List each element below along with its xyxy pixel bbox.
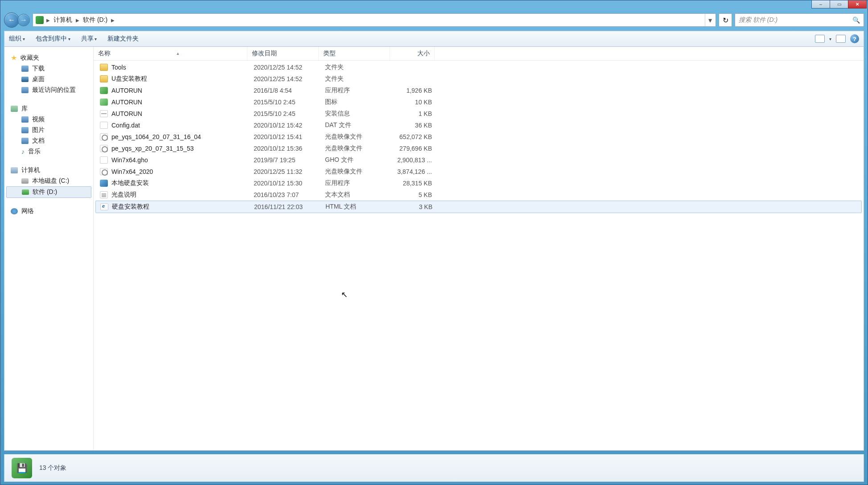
preview-pane-button[interactable] xyxy=(836,35,846,43)
file-size: 1,926 KB xyxy=(392,86,436,95)
sidebar-label: 网络 xyxy=(21,207,34,215)
file-row[interactable]: Win7x64.gho2019/9/7 19:25GHO 文件2,900,813… xyxy=(95,154,862,166)
minimize-button[interactable]: – xyxy=(811,0,830,8)
star-icon: ★ xyxy=(11,53,17,62)
sidebar-computer[interactable]: 计算机 xyxy=(4,165,93,176)
arrow-left-icon: ← xyxy=(8,16,15,24)
close-button[interactable]: ✕ xyxy=(848,0,867,8)
file-row[interactable]: 本地硬盘安装2020/10/12 15:30应用程序28,315 KB xyxy=(95,177,862,189)
file-icon xyxy=(100,145,108,152)
sidebar-item-label: 图片 xyxy=(32,126,45,134)
sidebar-item-label: 音乐 xyxy=(28,148,41,156)
file-size: 2,900,813 ... xyxy=(392,156,436,164)
help-button[interactable]: ? xyxy=(850,34,859,43)
file-row[interactable]: AUTORUN2015/5/10 2:45图标10 KB xyxy=(95,96,862,108)
include-in-library-menu[interactable]: 包含到库中 xyxy=(36,35,70,43)
sidebar-item-documents[interactable]: 文档 xyxy=(4,136,93,146)
file-list-pane: 名称▲ 修改日期 类型 大小 Tools2020/12/25 14:52文件夹U… xyxy=(94,47,864,450)
sidebar-item-recent[interactable]: 最近访问的位置 xyxy=(4,85,93,95)
sidebar-item-downloads[interactable]: 下载 xyxy=(4,63,93,74)
file-row[interactable]: 光盘说明2016/10/23 7:07文本文档5 KB xyxy=(95,189,862,201)
sidebar-item-drive-d[interactable]: 软件 (D:) xyxy=(6,186,91,198)
file-date: 2020/10/12 15:41 xyxy=(249,132,321,141)
file-size: 5 KB xyxy=(392,190,436,199)
sidebar-item-videos[interactable]: 视频 xyxy=(4,114,93,125)
breadcrumb-computer[interactable]: 计算机 xyxy=(51,14,75,26)
minimize-icon: – xyxy=(819,2,822,7)
file-size xyxy=(392,78,436,80)
file-row[interactable]: pe_yqs_xp_20_07_31_15_532020/10/12 15:36… xyxy=(95,143,862,154)
sidebar-favorites-group: ★收藏夹 下载 桌面 最近访问的位置 xyxy=(4,52,93,95)
file-size: 28,315 KB xyxy=(392,179,436,188)
videos-icon xyxy=(21,116,29,123)
view-mode-button[interactable] xyxy=(815,35,825,43)
forward-button[interactable]: → xyxy=(17,14,30,26)
sidebar-item-pictures[interactable]: 图片 xyxy=(4,125,93,136)
file-name: 本地硬盘安装 xyxy=(111,179,149,187)
file-row[interactable]: pe_yqs_1064_20_07_31_16_042020/10/12 15:… xyxy=(95,131,862,143)
column-headers: 名称▲ 修改日期 类型 大小 xyxy=(94,47,864,61)
file-size: 3,874,126 ... xyxy=(392,167,436,176)
file-row[interactable]: AUTORUN2016/1/8 4:54应用程序1,926 KB xyxy=(95,85,862,96)
file-icon xyxy=(100,203,108,210)
file-row[interactable]: 硬盘安装教程2016/11/21 22:03HTML 文档3 KB xyxy=(95,201,862,213)
sidebar-item-music[interactable]: ♪音乐 xyxy=(4,146,93,157)
address-bar[interactable]: ▶ 计算机 ▶ 软件 (D:) ▶ ▾ xyxy=(33,13,716,27)
address-dropdown[interactable]: ▾ xyxy=(705,14,715,26)
file-row[interactable]: Tools2020/12/25 14:52文件夹 xyxy=(95,62,862,73)
sidebar-item-label: 文档 xyxy=(32,137,45,145)
column-date[interactable]: 修改日期 xyxy=(247,47,319,60)
column-size[interactable]: 大小 xyxy=(390,47,435,60)
file-name: Win7x64_2020 xyxy=(111,168,153,175)
downloads-icon xyxy=(21,66,29,72)
sidebar-item-label: 桌面 xyxy=(32,75,45,83)
file-type: 应用程序 xyxy=(321,178,392,188)
computer-icon xyxy=(11,167,18,173)
file-rows: Tools2020/12/25 14:52文件夹U盘安装教程2020/12/25… xyxy=(94,61,864,450)
file-size: 652,072 KB xyxy=(392,132,436,141)
search-input[interactable]: 搜索 软件 (D:) 🔍 xyxy=(735,13,864,27)
file-row[interactable]: Win7x64_20202020/12/25 11:32光盘映像文件3,874,… xyxy=(95,166,862,177)
file-type: 文件夹 xyxy=(321,74,392,84)
breadcrumb-drive[interactable]: 软件 (D:) xyxy=(80,14,110,26)
file-row[interactable]: AUTORUN2015/5/10 2:45安装信息1 KB xyxy=(95,108,862,119)
sidebar-label: 库 xyxy=(21,105,28,113)
file-row[interactable]: Config.dat2020/10/12 15:42DAT 文件36 KB xyxy=(95,119,862,131)
file-row[interactable]: U盘安装教程2020/12/25 14:52文件夹 xyxy=(95,73,862,85)
refresh-button[interactable]: ↻ xyxy=(719,13,732,27)
drive-large-icon: 💾 xyxy=(12,458,32,478)
file-name: 光盘说明 xyxy=(111,191,136,199)
music-icon: ♪ xyxy=(21,148,25,155)
view-dropdown-icon[interactable]: ▾ xyxy=(829,37,831,41)
file-date: 2019/9/7 19:25 xyxy=(249,156,321,164)
file-name: Win7x64.gho xyxy=(111,156,148,164)
file-icon xyxy=(100,133,108,140)
file-name: Config.dat xyxy=(111,122,140,129)
sidebar-libraries[interactable]: 库 xyxy=(4,103,93,114)
file-icon xyxy=(100,64,108,71)
column-name[interactable]: 名称▲ xyxy=(94,47,247,60)
sidebar-item-drive-c[interactable]: 本地磁盘 (C:) xyxy=(4,176,93,186)
file-name: AUTORUN xyxy=(111,99,142,106)
file-type: 光盘映像文件 xyxy=(321,132,392,142)
file-date: 2020/10/12 15:30 xyxy=(249,179,321,188)
file-date: 2020/12/25 14:52 xyxy=(249,74,321,83)
maximize-button[interactable]: ▭ xyxy=(830,0,848,8)
sidebar-favorites[interactable]: ★收藏夹 xyxy=(4,52,93,63)
refresh-icon: ↻ xyxy=(723,16,728,25)
share-menu[interactable]: 共享 xyxy=(81,35,97,43)
organize-menu[interactable]: 组织 xyxy=(9,35,25,43)
column-type[interactable]: 类型 xyxy=(319,47,390,60)
file-icon xyxy=(100,110,108,117)
sidebar-network[interactable]: 网络 xyxy=(4,206,93,217)
back-button[interactable]: ← xyxy=(4,12,19,28)
sidebar-label: 计算机 xyxy=(21,166,40,174)
file-type: DAT 文件 xyxy=(321,120,392,130)
file-date: 2016/1/8 4:54 xyxy=(249,86,321,95)
sidebar-item-desktop[interactable]: 桌面 xyxy=(4,74,93,85)
close-icon: ✕ xyxy=(856,2,859,7)
file-icon xyxy=(100,87,108,94)
file-size xyxy=(392,66,436,68)
new-folder-button[interactable]: 新建文件夹 xyxy=(107,35,139,43)
sidebar-item-label: 最近访问的位置 xyxy=(32,86,76,94)
